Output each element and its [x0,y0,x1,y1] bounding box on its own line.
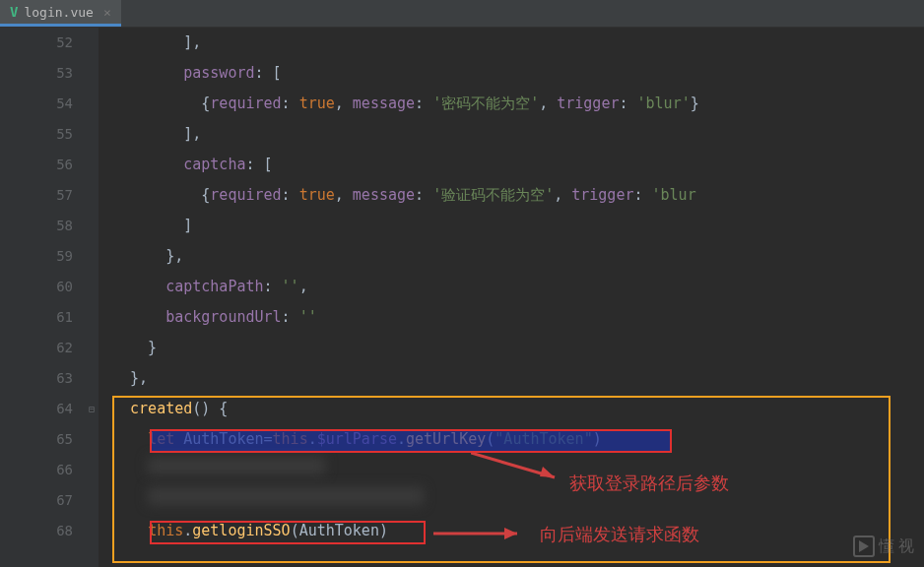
code-line: created() { [112,394,924,424]
line-number: 67 [0,485,73,516]
code-line [112,485,924,516]
line-number: 68 [0,516,73,546]
watermark: 懂 视 [853,536,914,557]
watermark-text: 懂 视 [879,536,914,557]
line-number: 62 [0,333,73,363]
code-line: this.getloginSSO(AuthToken) [112,516,924,546]
code-line: let AuthToken=this.$urlParse.getUrlKey("… [112,424,924,455]
code-line: }, [112,241,924,272]
code-line: ], [112,119,924,150]
code-line: password: [ [112,58,924,89]
line-number: 66 [0,455,73,485]
fold-icon[interactable]: ⊟ [89,394,95,424]
code-line: {required: true, message: '密码不能为空', trig… [112,89,924,119]
line-number: 59 [0,241,73,272]
line-number: 55 [0,119,73,150]
code-line: {required: true, message: '验证码不能为空', tri… [112,180,924,211]
code-line: captchaPath: '', [112,272,924,302]
code-line [112,455,924,485]
code-line: backgroundUrl: '' [112,302,924,333]
line-gutter: 52 53 54 55 56 57 58 59 60 61 62 63 64⊟ … [0,28,99,567]
line-number: 52 [0,28,73,58]
file-tab[interactable]: V login.vue × [0,0,121,27]
tab-filename: login.vue [24,5,93,20]
code-area[interactable]: ], password: [ {required: true, message:… [99,28,924,567]
line-number: 63 [0,363,73,394]
watermark-icon [853,536,875,557]
code-line: captcha: [ [112,150,924,180]
code-line: ], [112,28,924,58]
line-number: 60 [0,272,73,302]
code-line: } [112,333,924,363]
line-number: 61 [0,302,73,333]
line-number: 56 [0,150,73,180]
tab-bar: V login.vue × [0,0,924,28]
line-number: 58 [0,211,73,241]
close-icon[interactable]: × [103,5,111,20]
vue-icon: V [10,4,18,20]
line-number: 64⊟ [0,394,73,424]
line-number: 53 [0,58,73,89]
editor-pane: 52 53 54 55 56 57 58 59 60 61 62 63 64⊟ … [0,28,924,567]
code-line: }, [112,363,924,394]
line-number: 57 [0,180,73,211]
line-number: 65 [0,424,73,455]
code-line: ] [112,211,924,241]
line-number: 54 [0,89,73,119]
